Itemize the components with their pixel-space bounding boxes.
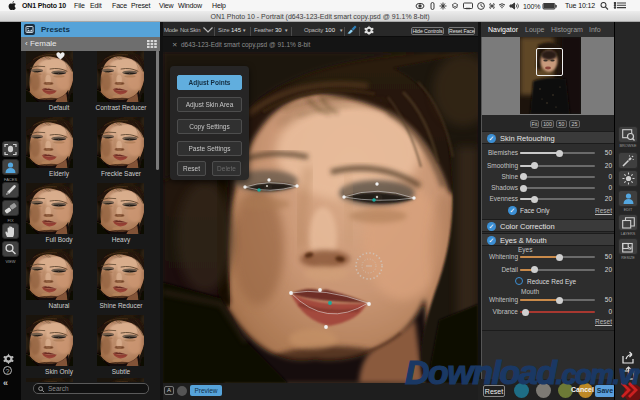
svg-text:100%: 100% (523, 3, 540, 10)
